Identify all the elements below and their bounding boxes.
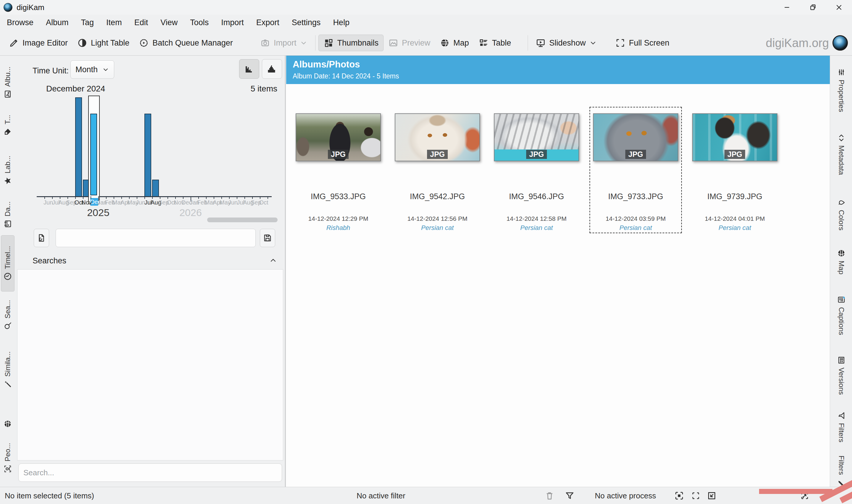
thumbnail-item-4-focused[interactable]: JPG IMG_9733.JPG 14-12-2024 03:59 PM Per… xyxy=(590,107,682,233)
thumbnails-view-button[interactable]: Thumbnails xyxy=(319,35,383,51)
timeline-panel: Time Unit: Month December 2024 5 items D… xyxy=(15,56,286,487)
menu-view[interactable]: View xyxy=(154,18,184,27)
batch-queue-manager-button[interactable]: Batch Queue Manager xyxy=(134,35,238,51)
preview-image-icon xyxy=(388,38,398,48)
thumbnail-tag[interactable]: Persian cat xyxy=(590,224,681,232)
digikam-logo-icon xyxy=(3,3,13,12)
slideshow-button[interactable]: Slideshow xyxy=(531,35,602,51)
thumbnail-item-5[interactable]: JPG IMG_9739.JPG 14-12-2024 04:01 PM Per… xyxy=(689,107,781,233)
photo-calico-cat-teal-cage[interactable]: JPG xyxy=(692,113,777,161)
timeline-horizontal-scrollbar[interactable] xyxy=(207,217,277,222)
menu-edit[interactable]: Edit xyxy=(128,18,155,27)
digikam-window: digiKam Browse Album Tag Item Edit View … xyxy=(0,0,852,504)
brand-text: digiKam.org xyxy=(766,36,829,50)
menu-browse[interactable]: Browse xyxy=(1,18,40,27)
save-floppy-icon xyxy=(263,233,272,243)
axis-month-label: Nov xyxy=(81,199,92,206)
globe-icon xyxy=(837,249,846,258)
album-header-banner: Albums/Photos Album Date: 14 Dec 2024 - … xyxy=(286,56,830,84)
thumbnail-tag[interactable]: Persian cat xyxy=(392,224,483,232)
red-overlay-bar xyxy=(759,489,832,494)
restore-button[interactable] xyxy=(800,0,826,15)
tags-icon xyxy=(3,127,12,136)
axis-year-label: 2026 xyxy=(173,207,209,218)
funnel-icon xyxy=(837,411,846,420)
preview-button[interactable]: Preview xyxy=(383,35,435,51)
people-face-icon xyxy=(3,464,12,473)
light-table-button[interactable]: Light Table xyxy=(73,35,134,51)
thumbnail-row: JPG IMG_9533.JPG 14-12-2024 12:29 PM Ris… xyxy=(292,107,781,233)
save-search-button[interactable] xyxy=(260,229,275,247)
format-badge: JPG xyxy=(427,150,448,159)
filter-search-input[interactable] xyxy=(18,464,282,482)
thumbnail-item-3[interactable]: JPG IMG_9546.JPG 14-12-2024 12:58 PM Per… xyxy=(490,107,583,233)
photo-silver-tabby-on-basket[interactable]: JPG xyxy=(494,113,579,161)
timeline-bar-aug-2025[interactable] xyxy=(152,180,159,196)
thumbnail-tag[interactable]: Rishabh xyxy=(293,224,384,232)
camera-icon xyxy=(260,38,270,48)
axis-tick xyxy=(44,196,45,199)
histogram-right-icon xyxy=(267,64,277,74)
album-title: Albums/Photos xyxy=(293,59,823,70)
axis-tick xyxy=(221,196,222,199)
photo-white-persian-cat[interactable]: JPG xyxy=(395,113,480,161)
full-screen-button[interactable]: Full Screen xyxy=(611,35,674,51)
thumbnail-tag[interactable]: Persian cat xyxy=(689,224,780,232)
format-badge: JPG xyxy=(328,150,349,159)
zoom-fit-window-icon[interactable] xyxy=(707,491,717,501)
timeline-histogram[interactable]: DecJunJulAugSepOctNovJanFebMarAprMayJunJ… xyxy=(15,94,285,213)
thumbnail-item-1[interactable]: JPG IMG_9533.JPG 14-12-2024 12:29 PM Ris… xyxy=(292,107,384,233)
axis-tick xyxy=(206,196,206,199)
table-view-button[interactable]: Table xyxy=(474,35,516,51)
trash-icon[interactable] xyxy=(545,491,555,501)
menu-tools[interactable]: Tools xyxy=(184,18,215,27)
photo-person-outdoors[interactable]: JPG xyxy=(296,113,381,161)
axis-tick xyxy=(268,196,268,199)
menu-bar: Browse Album Tag Item Edit View Tools Im… xyxy=(0,15,852,31)
histogram-style-left-button[interactable] xyxy=(239,59,259,79)
thumbnail-filename: IMG_9542.JPG xyxy=(392,192,483,201)
minimize-button[interactable] xyxy=(774,0,800,15)
histogram-style-right-button[interactable] xyxy=(262,59,282,79)
map-view-button[interactable]: Map xyxy=(435,35,474,51)
axis-tick xyxy=(260,196,260,199)
crop-marks-icon[interactable] xyxy=(691,491,701,501)
close-button[interactable] xyxy=(826,0,852,15)
timeline-axis xyxy=(37,196,272,197)
filter-funnel-icon[interactable] xyxy=(565,491,575,501)
thumbnail-item-2[interactable]: JPG IMG_9542.JPG 14-12-2024 12:56 PM Per… xyxy=(391,107,484,233)
timeline-bar-oct-2024[interactable] xyxy=(75,97,82,196)
timeline-bar-selected-dec-2024[interactable] xyxy=(90,114,97,195)
main-toolbar: Image Editor Light Table Batch Queue Man… xyxy=(0,31,852,56)
thumbnail-tag[interactable]: Persian cat xyxy=(491,224,582,232)
saved-searches-list[interactable] xyxy=(17,269,283,461)
import-button[interactable]: Import xyxy=(255,35,312,51)
menu-item[interactable]: Item xyxy=(100,18,128,27)
menu-tag[interactable]: Tag xyxy=(75,18,100,27)
format-badge: JPG xyxy=(724,150,745,159)
searches-section-header[interactable]: Searches xyxy=(33,256,66,266)
timeline-search-name-input[interactable] xyxy=(56,229,256,247)
image-editor-button[interactable]: Image Editor xyxy=(4,35,73,51)
axis-tick xyxy=(91,196,91,199)
fit-selection-icon[interactable] xyxy=(674,491,684,501)
new-search-document-button[interactable] xyxy=(34,229,49,247)
menu-help[interactable]: Help xyxy=(327,18,356,27)
menu-import[interactable]: Import xyxy=(215,18,250,27)
menu-export[interactable]: Export xyxy=(250,18,286,27)
photo-gray-cat-orange-eyes[interactable]: JPG xyxy=(593,113,678,161)
searches-magnifier-icon xyxy=(3,321,12,330)
toolbar-separator xyxy=(315,35,315,51)
menu-album[interactable]: Album xyxy=(40,18,75,27)
caption-note-icon xyxy=(837,295,846,304)
time-unit-dropdown[interactable]: Month xyxy=(70,60,114,79)
axis-tick xyxy=(75,196,76,199)
timeline-range-label: December 2024 xyxy=(46,84,105,93)
sliders-icon xyxy=(837,68,846,77)
timeline-bar-jul-2025[interactable] xyxy=(144,114,151,196)
menu-settings[interactable]: Settings xyxy=(286,18,327,27)
thumbnail-datetime: 14-12-2024 04:01 PM xyxy=(689,215,780,222)
collapse-chevron-up-icon[interactable] xyxy=(269,256,277,265)
histogram-left-icon xyxy=(244,64,254,74)
albums-image-icon xyxy=(3,90,12,98)
